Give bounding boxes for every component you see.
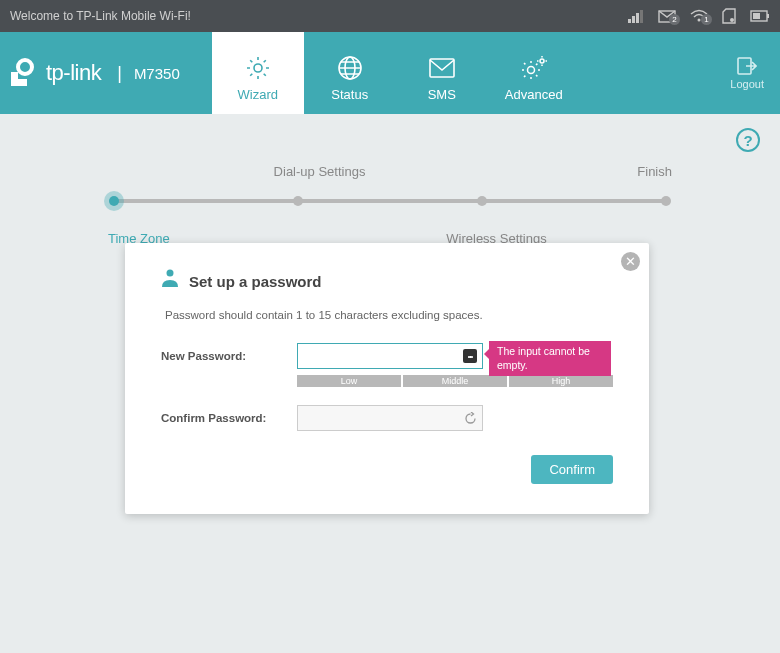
password-modal: ✕ Set up a password Password should cont… [125, 243, 649, 514]
toggle-password-icon[interactable] [463, 349, 477, 363]
new-password-input[interactable] [297, 343, 483, 369]
strength-low: Low [297, 375, 401, 387]
modal-overlay: ✕ Set up a password Password should cont… [0, 0, 780, 653]
strength-high: High [509, 375, 613, 387]
modal-title: Set up a password [189, 273, 322, 290]
confirm-password-input[interactable] [297, 405, 483, 431]
close-icon[interactable]: ✕ [621, 252, 640, 271]
error-tooltip: The input cannot be empty. [489, 341, 611, 376]
strength-mid: Middle [403, 375, 507, 387]
confirm-password-label: Confirm Password: [161, 412, 297, 424]
user-icon [161, 269, 179, 293]
new-password-label: New Password: [161, 350, 297, 362]
svg-point-20 [167, 270, 174, 277]
password-strength: Low Middle High [297, 375, 613, 387]
confirm-button[interactable]: Confirm [531, 455, 613, 484]
refresh-icon[interactable] [463, 411, 477, 425]
modal-description: Password should contain 1 to 15 characte… [165, 309, 613, 321]
